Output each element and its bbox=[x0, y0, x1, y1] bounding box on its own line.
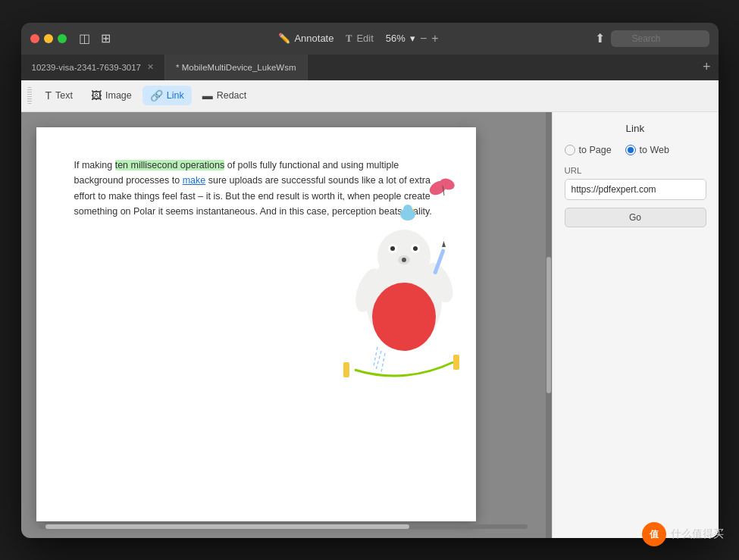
title-bar-center: ✏️ Annotate 𝐓 Edit 56% ▾ − + bbox=[129, 32, 589, 45]
grid-view-icon[interactable]: ⊞ bbox=[101, 31, 111, 45]
h-scrollbar-track bbox=[39, 524, 528, 529]
image-tool-button[interactable]: 🖼 Image bbox=[83, 86, 139, 105]
title-bar: ◫ ⊞ ✏️ Annotate 𝐓 Edit 56% ▾ − + ⬆ 🔍 bbox=[21, 23, 719, 55]
svg-marker-5 bbox=[412, 208, 417, 211]
zoom-in-button[interactable]: + bbox=[431, 32, 438, 45]
link-tool-button[interactable]: 🔗 Link bbox=[142, 86, 192, 105]
edit-label: Edit bbox=[356, 33, 373, 44]
minimize-button[interactable] bbox=[44, 34, 53, 43]
to-web-option[interactable]: to Web bbox=[625, 145, 669, 155]
highlighted-text: ten millisecond operations bbox=[115, 160, 225, 171]
svg-point-14 bbox=[372, 283, 436, 351]
annotate-button[interactable]: ✏️ Annotate bbox=[278, 33, 333, 44]
tab-1-close[interactable]: ✕ bbox=[147, 62, 154, 72]
toolbar: T Text 🖼 Image 🔗 Link ▬ Redact bbox=[21, 80, 719, 112]
redact-tool-label: Redact bbox=[217, 90, 247, 101]
link-tool-label: Link bbox=[167, 90, 184, 101]
search-input[interactable] bbox=[611, 30, 709, 47]
image-tool-icon: 🖼 bbox=[91, 89, 102, 102]
close-button[interactable] bbox=[30, 34, 39, 43]
polar-illustration bbox=[332, 158, 461, 400]
app-window: ◫ ⊞ ✏️ Annotate 𝐓 Edit 56% ▾ − + ⬆ 🔍 bbox=[21, 23, 719, 538]
pdf-illustration bbox=[332, 158, 461, 400]
url-label: URL bbox=[565, 166, 706, 175]
text-tool-button[interactable]: T Text bbox=[38, 86, 81, 105]
zoom-dropdown-icon: ▾ bbox=[410, 33, 415, 44]
to-page-label: to Page bbox=[579, 145, 612, 155]
maximize-button[interactable] bbox=[58, 34, 67, 43]
pdf-page: If making ten millisecond operations of … bbox=[36, 127, 476, 521]
sidebar-toggle-icon[interactable]: ◫ bbox=[79, 31, 90, 45]
zoom-control: 56% ▾ − + bbox=[386, 32, 439, 45]
to-web-radio[interactable] bbox=[625, 145, 636, 155]
to-web-label: to Web bbox=[640, 145, 669, 155]
toolbar-drag-handle bbox=[27, 87, 32, 104]
radio-selected-dot bbox=[628, 147, 634, 153]
right-panel: Link to Page to Web URL Go bbox=[552, 112, 719, 538]
svg-marker-18 bbox=[442, 241, 446, 247]
link-tool-icon: 🔗 bbox=[150, 89, 163, 102]
annotate-label: Annotate bbox=[294, 33, 333, 44]
main-area: If making ten millisecond operations of … bbox=[21, 112, 719, 538]
svg-point-10 bbox=[390, 246, 395, 251]
link-type-radio-group: to Page to Web bbox=[565, 145, 706, 155]
pencil-icon: ✏️ bbox=[278, 33, 290, 44]
svg-point-11 bbox=[413, 246, 418, 251]
url-input[interactable] bbox=[565, 179, 706, 200]
to-page-option[interactable]: to Page bbox=[565, 145, 612, 155]
share-button[interactable]: ⬆ bbox=[595, 31, 605, 45]
text-tool-label: Text bbox=[55, 90, 73, 101]
tab-2-label: * MobileMultiDevice_LukeWsm bbox=[176, 63, 296, 72]
redact-tool-button[interactable]: ▬ Redact bbox=[195, 86, 255, 105]
svg-line-22 bbox=[376, 351, 381, 370]
watermark-text: 什么值得买 bbox=[671, 527, 724, 541]
watermark: 值 什么值得买 bbox=[642, 522, 724, 546]
svg-line-23 bbox=[381, 353, 385, 372]
go-button[interactable]: Go bbox=[565, 208, 706, 227]
svg-point-13 bbox=[402, 258, 406, 262]
horizontal-scrollbar[interactable] bbox=[36, 521, 531, 532]
image-tool-label: Image bbox=[105, 90, 132, 101]
title-bar-right: ⬆ 🔍 bbox=[595, 30, 709, 47]
redact-tool-icon: ▬ bbox=[202, 89, 213, 102]
traffic-lights bbox=[30, 34, 67, 43]
to-page-radio[interactable] bbox=[565, 145, 575, 155]
svg-rect-20 bbox=[453, 355, 459, 370]
panel-title: Link bbox=[565, 123, 706, 134]
pdf-area[interactable]: If making ten millisecond operations of … bbox=[21, 112, 546, 538]
v-scrollbar-thumb[interactable] bbox=[546, 257, 551, 393]
tab-bar: 10239-visa-2341-7639-3017 ✕ * MobileMult… bbox=[21, 55, 719, 80]
type-icon: 𝐓 bbox=[346, 33, 352, 45]
svg-rect-19 bbox=[343, 362, 349, 377]
sidebar-icons: ◫ ⊞ bbox=[79, 31, 111, 45]
text-tool-icon: T bbox=[45, 89, 52, 102]
svg-line-21 bbox=[374, 347, 377, 366]
pdf-bottom-area: If making ten millisecond operations of … bbox=[36, 127, 531, 532]
search-wrapper: 🔍 bbox=[611, 30, 709, 47]
link-text-make[interactable]: make bbox=[183, 175, 206, 186]
new-tab-button[interactable]: + bbox=[695, 59, 719, 75]
zoom-out-button[interactable]: − bbox=[420, 32, 427, 45]
svg-point-4 bbox=[403, 205, 412, 214]
zoom-value: 56% bbox=[386, 33, 406, 44]
edit-button[interactable]: 𝐓 Edit bbox=[346, 33, 373, 45]
tab-1[interactable]: 10239-visa-2341-7639-3017 ✕ bbox=[21, 55, 166, 80]
tab-1-label: 10239-visa-2341-7639-3017 bbox=[32, 63, 142, 72]
vertical-scrollbar[interactable] bbox=[546, 112, 552, 538]
watermark-logo: 值 bbox=[642, 522, 666, 546]
h-scrollbar-thumb[interactable] bbox=[45, 524, 409, 529]
tab-2[interactable]: * MobileMultiDevice_LukeWsm bbox=[165, 55, 308, 80]
